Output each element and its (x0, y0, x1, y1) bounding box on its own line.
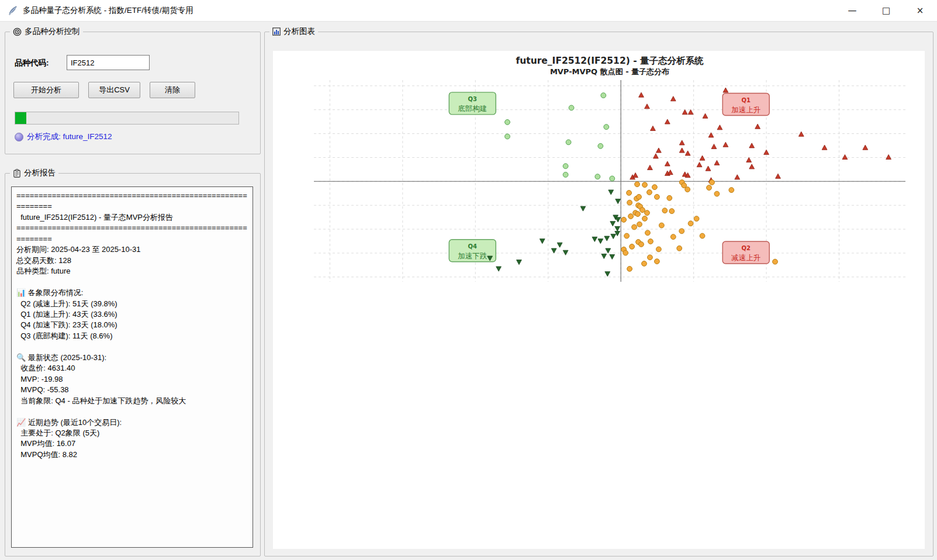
symbol-label: 品种代码: (15, 58, 49, 68)
svg-text:加速上升: 加速上升 (731, 105, 760, 114)
progress-chunk (15, 112, 26, 124)
scatter-plot: future_IF2512(IF2512) - 量子态分析系统MVP-MVPQ … (314, 56, 905, 282)
python-icon (7, 5, 18, 16)
target-icon (13, 27, 22, 36)
crystal-ball-icon (15, 133, 23, 141)
close-button[interactable]: × (903, 0, 937, 21)
maximize-button[interactable]: □ (869, 0, 903, 21)
charts-canvas: future_IF2512(IF2512) - 量子态分析系统MVP-MVPQ … (273, 51, 925, 549)
svg-text:减速上升: 减速上升 (731, 253, 760, 262)
window-titlebar: 多品种量子态分析系统 - 指数/ETF/转债/期货专用 — □ × (0, 0, 937, 22)
chart-panel-title: 分析图表 (283, 26, 315, 37)
bar-chart-icon (272, 27, 281, 36)
report-textarea[interactable]: ========================================… (11, 186, 253, 548)
svg-text:底部构建: 底部构建 (458, 104, 487, 113)
chart-panel: 分析图表 future_IF2512(IF2512) - 量子态分析系统MVP-… (264, 32, 933, 556)
svg-text:Q2: Q2 (741, 245, 751, 251)
start-analysis-button[interactable]: 开始分析 (13, 82, 79, 98)
report-panel: 分析报告 ===================================… (5, 173, 261, 556)
svg-text:Q3: Q3 (468, 96, 478, 102)
clear-button[interactable]: 清除 (150, 82, 195, 98)
window-controls: — □ × (835, 0, 937, 21)
control-panel: 多品种分析控制 品种代码: 开始分析 导出CSV 清除 分析完成: future… (5, 32, 261, 154)
svg-text:加速下跌: 加速下跌 (458, 251, 487, 260)
minimize-button[interactable]: — (835, 0, 869, 21)
svg-text:future_IF2512(IF2512) - 量子态分析系: future_IF2512(IF2512) - 量子态分析系统 (516, 56, 704, 66)
progress-bar (15, 112, 239, 125)
svg-text:Q1: Q1 (741, 97, 751, 103)
report-panel-title: 分析报告 (24, 168, 56, 178)
svg-text:MVP-MVPQ 散点图 - 量子态分布: MVP-MVPQ 散点图 - 量子态分布 (550, 67, 669, 76)
export-csv-button[interactable]: 导出CSV (88, 82, 140, 98)
symbol-input[interactable] (67, 55, 150, 70)
analysis-figure: future_IF2512(IF2512) - 量子态分析系统MVP-MVPQ … (273, 51, 925, 549)
window-title: 多品种量子态分析系统 - 指数/ETF/转债/期货专用 (23, 5, 193, 16)
svg-text:Q4: Q4 (468, 243, 478, 250)
clipboard-icon (13, 169, 21, 178)
app-window: { "window": { "title": "多品种量子态分析系统 - 指数/… (0, 0, 937, 560)
status-text: 分析完成: future_IF2512 (27, 132, 112, 142)
control-panel-title: 多品种分析控制 (25, 26, 80, 37)
status-row: 分析完成: future_IF2512 (15, 132, 112, 142)
